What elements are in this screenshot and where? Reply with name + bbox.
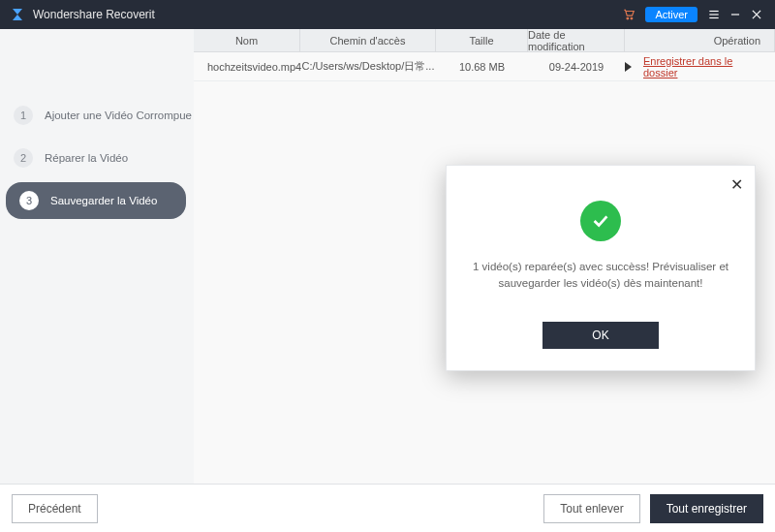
col-name: Nom: [194, 29, 300, 51]
remove-all-button[interactable]: Tout enlever: [543, 494, 639, 523]
col-date: Date de modification: [528, 29, 625, 51]
success-dialog: ✕ 1 vidéo(s) reparée(s) avec succèss! Pr…: [446, 165, 756, 371]
step-2[interactable]: 2 Réparer la Vidéo: [0, 140, 194, 176]
file-name: hochzeitsvideo.mp4: [207, 61, 301, 73]
footer: Précédent Tout enlever Tout enregistrer: [0, 484, 775, 532]
play-icon[interactable]: [625, 62, 632, 72]
step-label: Réparer la Vidéo: [45, 152, 128, 164]
save-to-folder-link[interactable]: Enregistrer dans le dossier: [643, 55, 761, 78]
logo-icon: [10, 7, 25, 22]
svg-point-2: [631, 17, 633, 19]
app-title: Wondershare Recoverit: [33, 8, 618, 21]
step-label: Sauvegarder la Vidéo: [50, 195, 157, 206]
close-button[interactable]: [746, 4, 767, 25]
dialog-close-button[interactable]: ✕: [730, 175, 743, 194]
table-header: Nom Chemin d'accès Taille Date de modifi…: [194, 29, 775, 52]
step-1[interactable]: 1 Ajouter une Vidéo Corrompue: [0, 97, 194, 134]
success-check-icon: [580, 201, 621, 241]
col-op: Opération: [625, 29, 775, 51]
step-3[interactable]: 3 Sauvegarder la Vidéo: [6, 182, 186, 219]
file-path: C:/Users/ws/Desktop/日常...: [300, 59, 436, 74]
step-label: Ajouter une Vidéo Corrompue: [45, 110, 192, 121]
save-all-button[interactable]: Tout enregistrer: [650, 494, 763, 523]
titlebar: Wondershare Recoverit Activer: [0, 0, 775, 29]
col-size: Taille: [436, 29, 528, 51]
dialog-message: 1 vidéo(s) reparée(s) avec succèss! Prév…: [470, 259, 731, 293]
svg-point-1: [627, 17, 629, 19]
ok-button[interactable]: OK: [542, 322, 659, 349]
step-num: 3: [19, 191, 39, 210]
col-path: Chemin d'accès: [300, 29, 436, 51]
minimize-button[interactable]: [725, 4, 746, 25]
step-num: 1: [14, 106, 33, 125]
sidebar: 1 Ajouter une Vidéo Corrompue 2 Réparer …: [0, 29, 194, 484]
activate-button[interactable]: Activer: [645, 7, 698, 22]
menu-icon[interactable]: [703, 4, 725, 25]
cart-icon[interactable]: [618, 4, 639, 25]
previous-button[interactable]: Précédent: [12, 494, 98, 523]
file-date: 09-24-2019: [528, 61, 625, 73]
file-size: 10.68 MB: [436, 61, 528, 73]
table-row: hochzeitsvideo.mp4 C:/Users/ws/Desktop/日…: [194, 52, 775, 81]
svg-marker-0: [13, 9, 22, 20]
main: 1 Ajouter une Vidéo Corrompue 2 Réparer …: [0, 29, 775, 484]
step-num: 2: [14, 148, 33, 168]
content: Nom Chemin d'accès Taille Date de modifi…: [194, 29, 775, 484]
